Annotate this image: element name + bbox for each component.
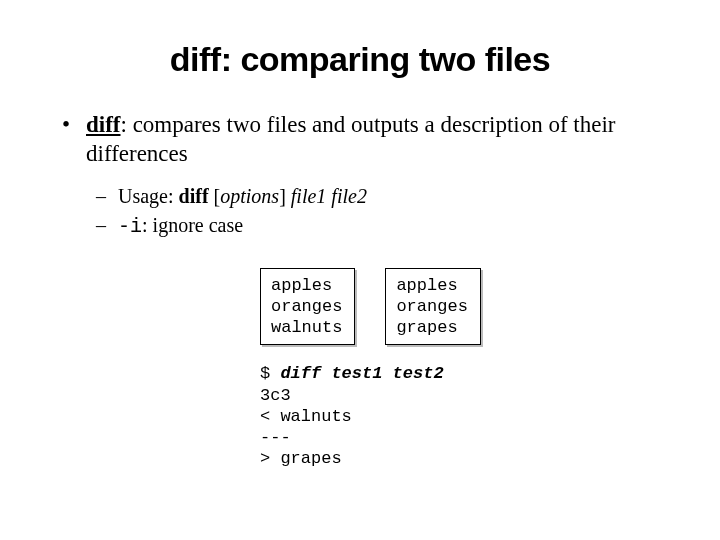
usage-label: Usage:	[118, 185, 179, 207]
flag-rest: : ignore case	[142, 214, 243, 236]
flag-code: -i	[118, 215, 142, 238]
file-box-2: apples oranges grapes	[385, 268, 480, 346]
terminal-output: $ diff test1 test2 3c3 < walnuts --- > g…	[260, 363, 660, 469]
bullet-level2-flag: – -i: ignore case	[96, 212, 660, 240]
bullet-dash-icon: –	[96, 212, 118, 239]
bullet-dot-icon: •	[60, 111, 86, 140]
bullet-text: diff: compares two files and outputs a d…	[86, 111, 660, 169]
bullet-rest: : compares two files and outputs a descr…	[86, 112, 616, 166]
file-boxes-row: apples oranges walnuts apples oranges gr…	[260, 268, 660, 346]
usage-file1: file1	[291, 185, 327, 207]
usage-options: options	[220, 185, 279, 207]
usage-file2: file2	[331, 185, 367, 207]
cmd-name: diff	[86, 112, 121, 137]
usage-mid: ]	[279, 185, 291, 207]
slide: diff: comparing two files • diff: compar…	[0, 0, 720, 540]
slide-title: diff: comparing two files	[60, 40, 660, 79]
file-box-1: apples oranges walnuts	[260, 268, 355, 346]
usage-open: [	[209, 185, 221, 207]
flag-text: -i: ignore case	[118, 212, 243, 240]
prompt: $	[260, 364, 280, 383]
bullet-level1: • diff: compares two files and outputs a…	[60, 111, 660, 169]
usage-cmd: diff	[179, 185, 209, 207]
terminal-command: diff test1 test2	[280, 364, 443, 383]
bullet-level2-usage: – Usage: diff [options] file1 file2	[96, 183, 660, 210]
usage-text: Usage: diff [options] file1 file2	[118, 183, 367, 210]
bullet-dash-icon: –	[96, 183, 118, 210]
terminal-result: 3c3 < walnuts --- > grapes	[260, 386, 352, 469]
